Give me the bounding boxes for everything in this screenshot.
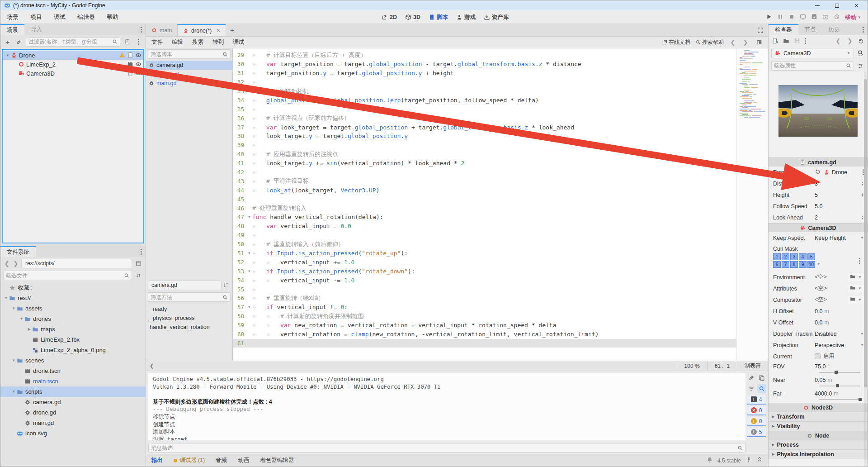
online-docs-button[interactable]: 在线文档 bbox=[662, 38, 690, 46]
menu-0[interactable]: 场景 bbox=[7, 13, 19, 21]
group-PhysicsInterpolation[interactable]: ▶Physics Interpolation bbox=[769, 449, 868, 459]
property-tools-button[interactable] bbox=[856, 61, 865, 70]
property-fov[interactable]: FOV75.0° bbox=[769, 362, 868, 376]
stop-button[interactable] bbox=[788, 14, 795, 21]
workspace-2D[interactable]: 2D bbox=[382, 14, 397, 20]
editor-menu-4[interactable]: 调试 bbox=[233, 38, 244, 46]
group-Transform[interactable]: ▶Transform bbox=[769, 412, 868, 421]
property-far-slider[interactable] bbox=[819, 399, 860, 400]
fs-item-LimeExp_2.fbx[interactable]: LimeExp_2.fbx bbox=[0, 334, 146, 345]
code-line-37[interactable]: 37»var look_target = target.global_posit… bbox=[233, 123, 768, 132]
fs-split-mode-button[interactable] bbox=[134, 259, 143, 268]
cull-mask-menu-icon[interactable] bbox=[859, 260, 860, 262]
scene-node-Drone[interactable]: ▼Drone bbox=[3, 51, 143, 60]
bottom-tab-1[interactable]: 调试器 (1) bbox=[174, 457, 205, 464]
bottom-tab-[interactable]: 输出 bbox=[151, 457, 163, 464]
fs-item-maps[interactable]: ▶maps bbox=[0, 324, 146, 334]
fs-path[interactable]: res://scripts/ bbox=[21, 259, 132, 268]
tab-filesystem[interactable]: 文件系统 bbox=[0, 246, 36, 257]
clear-log-button[interactable] bbox=[747, 373, 756, 382]
methods-filter-input[interactable] bbox=[151, 294, 221, 300]
code-minimap[interactable] bbox=[736, 48, 768, 361]
code-line-45[interactable]: 45 bbox=[233, 195, 768, 204]
indent-type[interactable]: 制表符 bbox=[737, 361, 768, 371]
inspector-back-button[interactable]: ❮ bbox=[835, 38, 842, 44]
property-follow-speed[interactable]: Follow Speed5.0 bbox=[769, 200, 868, 212]
cull-mask-layer-6[interactable]: 6 bbox=[773, 261, 781, 268]
movie2-button[interactable] bbox=[822, 14, 829, 21]
search-help-button[interactable]: 搜索帮助 bbox=[696, 38, 724, 46]
code-line-54[interactable]: 54»»vertical_input -= 1.0 bbox=[233, 276, 768, 285]
menu-3[interactable]: 编辑器 bbox=[77, 13, 95, 21]
code-line-51[interactable]: 51▼»if Input.is_action_pressed("rotate_u… bbox=[233, 249, 768, 258]
code-line-59[interactable]: 59»»var new_rotation = vertical_rotation… bbox=[233, 321, 768, 330]
editor-menu-0[interactable]: 文件 bbox=[151, 38, 163, 46]
bottom-tab-[interactable]: 音频 bbox=[216, 457, 227, 464]
fs-item-res[interactable]: ▼res:// bbox=[0, 293, 146, 303]
close-tab-icon[interactable]: ✕ bbox=[216, 28, 220, 33]
inspector-filter-input[interactable] bbox=[774, 62, 844, 69]
method-item-_physics_process[interactable]: _physics_process bbox=[146, 314, 232, 323]
section-Camera3D[interactable]: Camera3D bbox=[769, 223, 868, 232]
menu-2[interactable]: 调试 bbox=[54, 13, 66, 21]
script-item-main.gd[interactable]: main.gd bbox=[146, 79, 232, 88]
cull-mask-layer-7[interactable]: 7 bbox=[782, 261, 789, 268]
menu-4[interactable]: 帮助 bbox=[107, 13, 118, 21]
fs-item-scripts[interactable]: ▼scripts bbox=[0, 386, 146, 397]
fs-sort-button[interactable] bbox=[134, 271, 143, 280]
inspector-history-icon[interactable] bbox=[858, 38, 864, 44]
code-line-55[interactable]: 55» bbox=[233, 285, 768, 294]
script-tab-drone[interactable]: drone(*)✕ bbox=[177, 24, 226, 36]
cull-mask-expand-icon[interactable]: ▼ bbox=[817, 262, 821, 266]
workspace-游戏[interactable]: 游戏 bbox=[456, 14, 476, 21]
code-line-29[interactable]: 29»# 计算目标位置（目标后方 + 高度） bbox=[233, 51, 768, 60]
cull-mask-layer-3[interactable]: 3 bbox=[790, 253, 798, 260]
fs-back-button[interactable]: ❮ bbox=[3, 260, 10, 267]
inspector-dock-menu[interactable] bbox=[859, 24, 868, 35]
fs-item-assets[interactable]: ▼assets bbox=[0, 303, 146, 314]
method-item-_ready[interactable]: _ready bbox=[146, 305, 232, 314]
inspector-scrollbar[interactable] bbox=[864, 71, 867, 467]
property-projection[interactable]: ProjectionPerspective▼ bbox=[769, 339, 868, 351]
history-back-button[interactable]: ❮ bbox=[729, 39, 736, 46]
script-item-camera.gd[interactable]: camera.gd bbox=[146, 61, 232, 70]
code-line-61[interactable]: 61 bbox=[233, 339, 768, 348]
load-resource-icon[interactable] bbox=[850, 274, 855, 281]
section-camera.gd[interactable]: camera.gd bbox=[769, 157, 868, 167]
code-line-32[interactable]: 32» bbox=[233, 78, 768, 87]
message-filter-input[interactable] bbox=[151, 445, 736, 451]
remote-button[interactable] bbox=[800, 14, 806, 21]
scene-dock-menu[interactable] bbox=[137, 24, 146, 35]
fs-item-drones[interactable]: ▼drones bbox=[0, 314, 146, 324]
hscroll-left-arrow[interactable]: ❮ bbox=[146, 363, 157, 369]
editor-menu-1[interactable]: 编辑 bbox=[172, 38, 183, 46]
collapse-log-button[interactable] bbox=[747, 384, 756, 393]
scene-node-LimeExp_2[interactable]: LimeExp_2 bbox=[3, 60, 143, 69]
code-line-43[interactable]: 43»# 平滑注视目标 bbox=[233, 176, 768, 186]
distraction-free-button[interactable] bbox=[753, 24, 768, 36]
property-h-offset[interactable]: H Offset0.0m bbox=[769, 305, 868, 317]
instance-scene-button[interactable] bbox=[14, 37, 24, 46]
section-Node3D[interactable]: Node3D bbox=[769, 403, 868, 412]
code-line-50[interactable]: 50»# 垂直旋转输入（前后俯仰） bbox=[233, 240, 768, 249]
code-line-40[interactable]: 40»# 应用垂直旋转后的注视点 bbox=[233, 150, 768, 159]
code-line-31[interactable]: 31»target_position.y = target.global_pos… bbox=[233, 69, 768, 78]
property-attributes[interactable]: Attributes<空>▼ bbox=[769, 283, 868, 294]
fs-item-[interactable]: 收藏 : bbox=[0, 282, 146, 293]
code-line-30[interactable]: 30»var target_position = target.global_p… bbox=[233, 60, 768, 69]
script-tab-main[interactable]: main bbox=[146, 24, 177, 36]
code-line-47[interactable]: 47▼func handle_vertical_rotation(delta): bbox=[233, 213, 768, 222]
load-resource-icon[interactable] bbox=[850, 285, 855, 292]
tab-import[interactable]: 导入 bbox=[24, 24, 48, 35]
scripts-panel-toggle[interactable] bbox=[755, 38, 764, 47]
tab-inspector[interactable]: 检查器 bbox=[769, 24, 798, 35]
fs-item-scenes[interactable]: ▼scenes bbox=[0, 355, 146, 366]
code-line-39[interactable]: 39» bbox=[233, 141, 768, 150]
group-Process[interactable]: ▶Process bbox=[769, 440, 868, 449]
fs-item-camera.gd[interactable]: camera.gd bbox=[0, 397, 146, 407]
fs-item-main.tscn[interactable]: main.tscn bbox=[0, 376, 146, 386]
movie1-button[interactable] bbox=[811, 14, 817, 21]
code-line-34[interactable]: 34»global_position = global_position.ler… bbox=[233, 95, 768, 105]
tab-history[interactable]: 历史 bbox=[822, 24, 846, 35]
fs-item-drone.tscn[interactable]: drone.tscn bbox=[0, 366, 146, 376]
